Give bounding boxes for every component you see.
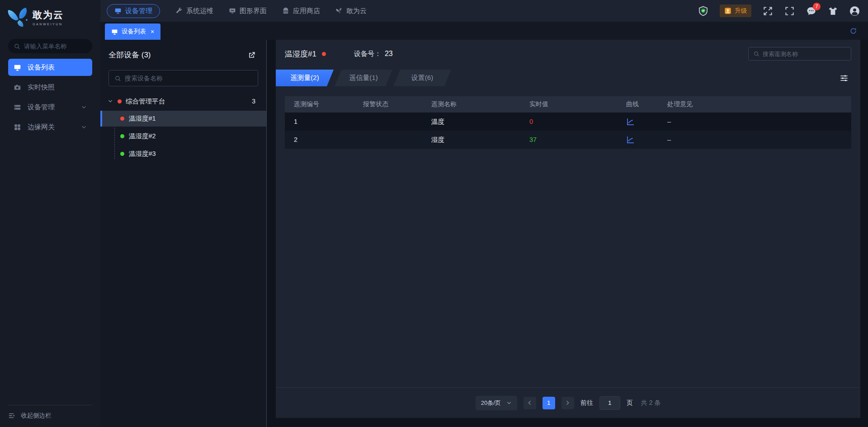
total-count-label: 共 2 条	[641, 399, 661, 407]
column-header: 处理意见	[667, 100, 851, 108]
collapse-sidebar-button[interactable]: 收起侧边栏	[8, 412, 92, 420]
right-column: 设备管理 系统运维 图形界面 应用商店 敢为云	[100, 0, 868, 427]
divider	[8, 405, 92, 405]
upgrade-button[interactable]: 升级	[720, 5, 751, 17]
content-area: 全部设备 (3) 综合管理平台 3	[100, 40, 868, 427]
tab-label: 设置(6)	[411, 74, 433, 82]
tree-node-device-1[interactable]: 温湿度#1	[100, 111, 266, 127]
goto-page-input[interactable]	[599, 396, 620, 410]
column-settings-icon[interactable]	[840, 74, 849, 83]
app-root: 敢为云 GANWEIYUN 设备列表 实时快照 设备管理	[0, 0, 868, 427]
telemetry-table: 遥测编号 报警状态 遥测名称 实时值 曲线 处理意见 1 温度 0	[285, 96, 851, 149]
app-store-icon	[282, 7, 289, 14]
security-shield-icon[interactable]	[698, 6, 708, 16]
tree-node-platform[interactable]: 综合管理平台 3	[100, 94, 266, 109]
chevron-down-icon	[506, 400, 512, 406]
tab-close-icon[interactable]: ×	[151, 28, 154, 35]
nav-item-label: 图形界面	[240, 7, 267, 15]
nav-item-graphic-ui[interactable]: 图形界面	[229, 5, 267, 18]
collapse-icon	[8, 412, 15, 419]
menu-search[interactable]	[8, 39, 92, 53]
table-row[interactable]: 1 温度 0 –	[285, 113, 851, 131]
tab-label: 遥信量(1)	[349, 74, 377, 82]
table-row[interactable]: 2 湿度 37 –	[285, 131, 851, 149]
brand-subtitle: GANWEIYUN	[33, 23, 64, 26]
telemetry-search-input[interactable]	[763, 51, 846, 57]
column-header: 遥测名称	[431, 100, 529, 108]
page-unit-label: 页	[627, 399, 633, 407]
column-header: 实时值	[529, 100, 626, 108]
cell-telemetry-id: 1	[294, 118, 363, 125]
user-avatar[interactable]	[849, 6, 860, 16]
device-manage-icon	[114, 7, 122, 14]
page-size-select[interactable]: 20条/页	[476, 396, 517, 410]
device-search-input[interactable]	[125, 75, 252, 82]
device-tree-panel: 全部设备 (3) 综合管理平台 3	[100, 40, 267, 427]
butterfly-logo-icon	[6, 6, 30, 28]
top-navbar: 设备管理 系统运维 图形界面 应用商店 敢为云	[100, 0, 868, 22]
line-chart-icon[interactable]	[626, 117, 635, 126]
fullscreen-icon[interactable]	[763, 6, 773, 16]
nav-item-label: 设备管理	[125, 7, 152, 15]
cell-telemetry-name: 湿度	[431, 136, 529, 144]
tab-device-list[interactable]: 设备列表 ×	[105, 23, 160, 40]
brand-name: 敢为云	[33, 9, 64, 21]
nav-item-label: 系统运维	[186, 7, 213, 15]
monitor-icon	[14, 64, 21, 71]
tree-children: 温湿度#1 温湿度#2 温湿度#3	[100, 111, 266, 162]
nav-item-system-ops[interactable]: 系统运维	[175, 5, 213, 18]
tab-settings[interactable]: 设置(6)	[393, 70, 451, 86]
butterfly-icon	[335, 7, 343, 14]
upgrade-label: 升级	[735, 7, 747, 15]
status-dot-red	[118, 99, 122, 103]
nav-item-app-store[interactable]: 应用商店	[282, 5, 320, 18]
theme-tshirt-icon[interactable]	[828, 6, 838, 16]
monitor-icon	[111, 28, 118, 35]
tree-node-label: 温湿度#1	[129, 114, 156, 123]
tree-node-device-2[interactable]: 温湿度#2	[100, 128, 266, 144]
nav-item-label: 敢为云	[346, 7, 367, 15]
device-search[interactable]	[108, 70, 258, 86]
page-number-button[interactable]: 1	[542, 397, 555, 409]
telemetry-search[interactable]	[748, 47, 851, 61]
nav-item-label: 应用商店	[293, 7, 320, 15]
main-wrap: 温湿度#1 设备号： 23 遥测量(2)	[267, 40, 868, 427]
tab-telemetry[interactable]: 遥测量(2)	[276, 70, 334, 86]
external-link-icon[interactable]	[247, 51, 256, 60]
refresh-icon[interactable]	[849, 27, 857, 35]
status-dot-green	[120, 134, 124, 138]
menu-search-input[interactable]	[24, 43, 87, 50]
tree-node-device-3[interactable]: 温湿度#3	[100, 146, 266, 162]
device-detail-header: 温湿度#1 设备号： 23	[276, 40, 860, 61]
upgrade-icon	[724, 7, 731, 14]
device-panel-header: 全部设备 (3)	[100, 40, 266, 60]
search-icon	[114, 75, 121, 82]
search-icon	[14, 43, 20, 50]
cell-opinion: –	[667, 118, 851, 125]
tabs-toolbar: 遥测量(2) 遥信量(1) 设置(6)	[276, 70, 860, 86]
sidebar-item-edge-gateway[interactable]: 边缘网关	[8, 118, 92, 136]
nav-item-ganweiyun[interactable]: 敢为云	[335, 5, 367, 18]
tab-telesignal[interactable]: 遥信量(1)	[335, 70, 392, 86]
line-chart-icon[interactable]	[626, 135, 635, 144]
sidebar-item-device-manage[interactable]: 设备管理	[8, 99, 92, 116]
next-page-button[interactable]	[561, 397, 574, 409]
nav-item-device-manage[interactable]: 设备管理	[107, 4, 160, 18]
screenshot-frame-icon[interactable]	[784, 6, 795, 16]
sidebar-item-device-list[interactable]: 设备列表	[8, 59, 92, 76]
device-tree: 综合管理平台 3 温湿度#1 温湿度#2	[100, 94, 266, 164]
sidebar-item-label: 设备列表	[28, 63, 87, 72]
messages-icon[interactable]: 7	[806, 6, 816, 16]
column-header: 曲线	[626, 100, 667, 108]
sidebar-footer: 收起侧边栏	[0, 405, 100, 427]
sidebar: 敢为云 GANWEIYUN 设备列表 实时快照 设备管理	[0, 0, 100, 427]
table-header-row: 遥测编号 报警状态 遥测名称 实时值 曲线 处理意见	[285, 96, 851, 113]
tab-label: 设备列表	[122, 28, 146, 36]
status-dot-red	[120, 117, 124, 121]
column-header: 报警状态	[363, 100, 431, 108]
prev-page-button[interactable]	[524, 397, 536, 409]
tab-label: 遥测量(2)	[290, 74, 319, 82]
sidebar-item-snapshot[interactable]: 实时快照	[8, 79, 92, 96]
cell-telemetry-id: 2	[294, 136, 363, 143]
chevron-left-icon	[527, 400, 533, 406]
